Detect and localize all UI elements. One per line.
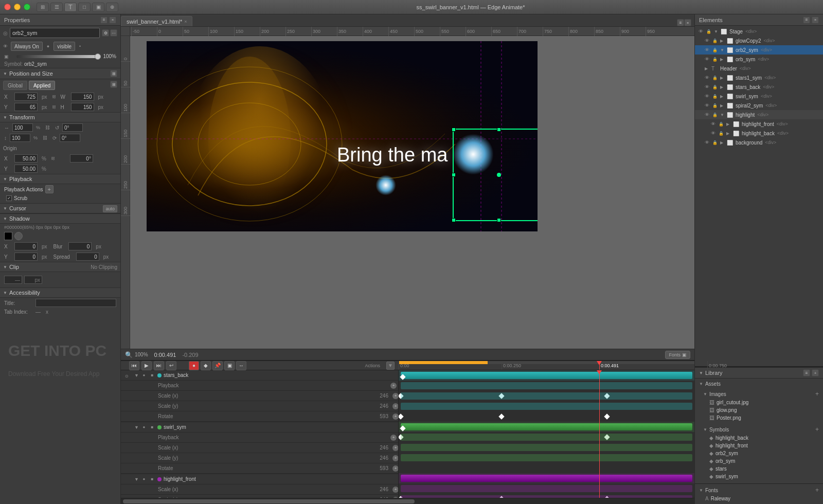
arrow-swirl[interactable]: ▶ bbox=[720, 94, 725, 99]
minimize-button[interactable] bbox=[14, 4, 21, 10]
timeline-tracks[interactable] bbox=[399, 370, 694, 498]
symbols-header[interactable]: ▼ Symbols + bbox=[695, 425, 823, 434]
sel-handle-bl[interactable] bbox=[452, 218, 456, 222]
arrow-starsback[interactable]: ▶ bbox=[720, 85, 725, 89]
symbols-add-btn[interactable]: + bbox=[815, 426, 819, 433]
lock-hfront[interactable]: 🔒 bbox=[719, 122, 725, 127]
add-scaley-swirl[interactable]: + bbox=[392, 455, 399, 461]
tl-scrubber-thumb[interactable] bbox=[399, 361, 488, 364]
eye-bg[interactable]: 👁 bbox=[705, 140, 711, 145]
shadow-y-input[interactable] bbox=[14, 253, 38, 261]
rotate-top-input[interactable] bbox=[62, 123, 83, 132]
fonts-from-btn[interactable]: Fonts ▣ bbox=[665, 351, 690, 359]
lib-sym-swirl[interactable]: ◆ swirl_sym bbox=[695, 473, 823, 480]
lock-orb[interactable]: 🔒 bbox=[712, 57, 719, 62]
toolbar-icon-rect[interactable]: □ bbox=[78, 3, 91, 12]
arrow-orb2[interactable]: ▼ bbox=[720, 48, 725, 52]
position-size-section[interactable]: ▼ Position and Size ⊞ bbox=[0, 68, 120, 79]
eye-stage[interactable]: 👁 bbox=[699, 29, 705, 34]
origin-angle[interactable] bbox=[70, 154, 93, 163]
title-input[interactable] bbox=[35, 299, 116, 307]
kf-scaley-1[interactable] bbox=[399, 413, 404, 419]
props-panel-close[interactable]: × bbox=[109, 16, 116, 24]
clip-input-2[interactable] bbox=[24, 276, 42, 284]
element-settings-btn[interactable]: ⚙ bbox=[102, 29, 109, 37]
lock-spiral2[interactable]: 🔒 bbox=[712, 103, 719, 108]
track-vis-swirl[interactable]: ● bbox=[141, 424, 147, 430]
eye-stars1[interactable]: 👁 bbox=[705, 75, 711, 80]
elements-panel-menu[interactable]: ≡ bbox=[803, 16, 810, 24]
origin-y-input[interactable] bbox=[14, 165, 38, 173]
kf-scaley-2[interactable] bbox=[498, 413, 504, 419]
transform-section[interactable]: ▼ Transform bbox=[0, 112, 120, 122]
selection-box[interactable] bbox=[453, 129, 538, 221]
add-keyframe-btn[interactable]: + bbox=[390, 383, 397, 389]
toolbar-icon-text[interactable]: T bbox=[64, 3, 77, 12]
cursor-section[interactable]: ▼ Cursor auto bbox=[0, 203, 120, 213]
elem-row-stars1[interactable]: 👁 🔒 ▶ ⬜ stars1_sym <div> bbox=[695, 73, 823, 82]
arrow-bg[interactable]: ▶ bbox=[720, 140, 725, 145]
lock-orb2[interactable]: 🔒 bbox=[712, 48, 719, 52]
scale-y-input[interactable] bbox=[10, 134, 30, 142]
elem-row-hfront[interactable]: 👁 🔒 ▶ ⬜ highlight_front <div> bbox=[695, 119, 823, 129]
add-kf-swirl[interactable]: + bbox=[390, 435, 397, 441]
tl-pin-btn[interactable]: 📌 bbox=[212, 361, 223, 370]
stage[interactable]: Bring the ma bbox=[147, 41, 538, 231]
tl-toggle-btn[interactable]: ▣ bbox=[224, 361, 235, 370]
assets-header[interactable]: ▼ Assets bbox=[695, 380, 823, 388]
shadow-x-input[interactable] bbox=[14, 242, 38, 250]
x-input[interactable] bbox=[14, 93, 38, 101]
sel-handle-bm[interactable] bbox=[497, 218, 501, 222]
track-expand-stars[interactable]: ▼ bbox=[134, 373, 139, 378]
elem-row-header[interactable]: ▶ T Header <div> bbox=[695, 64, 823, 73]
kf-scaley-3[interactable] bbox=[604, 413, 610, 419]
doc-tab-close[interactable]: × bbox=[184, 19, 187, 24]
timeline-scroll-thumb[interactable] bbox=[123, 499, 415, 503]
images-header[interactable]: ▼ Images + bbox=[695, 389, 823, 399]
arrow-stars1[interactable]: ▶ bbox=[720, 76, 725, 80]
eye-glowcopy[interactable]: 👁 bbox=[705, 38, 711, 43]
element-more-btn[interactable]: ⋯ bbox=[110, 29, 117, 37]
arrow-spiral2[interactable]: ▶ bbox=[720, 103, 725, 108]
tl-snap-btn[interactable]: ↔ bbox=[236, 361, 246, 370]
lib-sym-orb2[interactable]: ◆ orb2_sym bbox=[695, 449, 823, 457]
w-input[interactable] bbox=[71, 93, 94, 101]
scrub-checkbox[interactable]: ✓ bbox=[6, 195, 12, 201]
elem-row-orb2[interactable]: 👁 🔒 ▼ ⬜ orb2_sym <div> bbox=[695, 45, 823, 55]
position-settings[interactable]: ⊞ bbox=[110, 81, 117, 88]
timeline-scrollbar[interactable] bbox=[121, 498, 694, 504]
elem-row-glowcopy[interactable]: 👁 🔒 ▶ ⬜ glowCopy2 <div> bbox=[695, 36, 823, 45]
images-add-btn[interactable]: + bbox=[815, 390, 819, 398]
elem-row-orb[interactable]: 👁 🔒 ▶ ⬜ orb_sym <div> bbox=[695, 55, 823, 64]
track-expand-hfront[interactable]: ▼ bbox=[134, 477, 139, 482]
arrow-stage[interactable]: ▼ bbox=[714, 29, 719, 34]
track-vis-stars[interactable]: ● bbox=[141, 372, 147, 379]
arrow-highlight[interactable]: ▼ bbox=[720, 113, 725, 117]
tl-loop-btn[interactable]: ↩ bbox=[166, 361, 176, 370]
props-panel-menu[interactable]: ≡ bbox=[100, 16, 108, 24]
tab-panel-close[interactable]: × bbox=[684, 19, 691, 26]
arrow-header[interactable]: ▶ bbox=[705, 66, 710, 71]
add-playback-action[interactable]: + bbox=[45, 185, 53, 193]
visible-button[interactable]: visible bbox=[53, 42, 75, 51]
arrow-orb[interactable]: ▶ bbox=[720, 57, 725, 62]
eye-hfront[interactable]: 👁 bbox=[711, 121, 717, 127]
add-scalex-btn[interactable]: + bbox=[392, 393, 399, 399]
toolbar-icon-rect2[interactable]: ▣ bbox=[92, 3, 104, 12]
shadow-color-box[interactable] bbox=[4, 232, 12, 240]
fonts-add-btn[interactable]: + bbox=[815, 487, 819, 494]
toolbar-icon-symbol[interactable]: ⊕ bbox=[106, 3, 118, 12]
tl-actions-toggle[interactable]: ▼ bbox=[386, 362, 395, 370]
timeline-playhead[interactable] bbox=[599, 361, 600, 370]
eye-hback[interactable]: 👁 bbox=[711, 131, 717, 136]
kf-swirl-play-1[interactable] bbox=[400, 425, 405, 431]
lock-stars1[interactable]: 🔒 bbox=[712, 76, 719, 80]
lib-sym-hfront[interactable]: ◆ highlight_front bbox=[695, 442, 823, 449]
scale-x-input[interactable] bbox=[12, 123, 33, 132]
tl-keyframe-btn[interactable]: ◆ bbox=[201, 361, 211, 370]
eye-orb[interactable]: 👁 bbox=[705, 57, 711, 62]
maximize-button[interactable] bbox=[24, 4, 30, 10]
elem-row-highlight[interactable]: 👁 🔒 ▼ ⬜ highlight <div> bbox=[695, 110, 823, 119]
track-vis-hfront[interactable]: ● bbox=[141, 476, 147, 482]
lib-img-glow[interactable]: 🖼 glow.png bbox=[695, 406, 823, 414]
